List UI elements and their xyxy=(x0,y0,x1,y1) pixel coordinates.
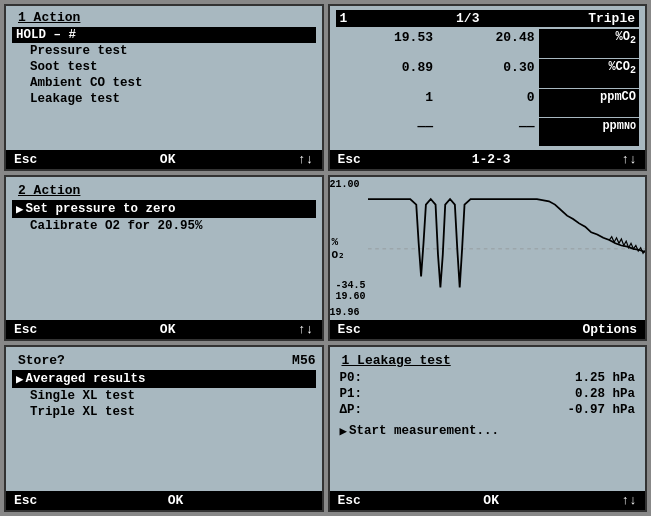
ok-button[interactable]: OK xyxy=(160,322,176,337)
o2-val1: 19.53 xyxy=(336,29,437,58)
menu-item-soot[interactable]: Soot test xyxy=(12,59,316,75)
panel6-footer: Esc OK ↑↓ xyxy=(330,491,646,510)
graph-svg xyxy=(368,177,646,321)
store-badge: M56 xyxy=(292,353,315,368)
y-max: 21.00 xyxy=(330,179,368,190)
panel4-footer: Esc Options xyxy=(330,320,646,339)
store-header: Store? M56 xyxy=(12,351,316,370)
panel3-footer: Esc OK ↑↓ xyxy=(6,320,322,339)
co2-val1: 0.89 xyxy=(336,59,437,88)
menu-item-single-xl[interactable]: Single XL test xyxy=(12,388,316,404)
ok-button[interactable]: OK xyxy=(168,493,184,508)
esc-button[interactable]: Esc xyxy=(338,152,361,167)
nav-arrows[interactable]: ↑↓ xyxy=(621,152,637,167)
panel-graph: 21.00 19.96 % O₂ -34.5 19.60 xyxy=(328,175,648,342)
options-button[interactable]: Options xyxy=(582,322,637,337)
menu-item-calibrate-o2[interactable]: Calibrate O2 for 20.95% xyxy=(12,218,316,234)
p1-label: P1: xyxy=(340,387,380,401)
panel6-title: 1 Leakage test xyxy=(336,351,640,370)
esc-button[interactable]: Esc xyxy=(14,152,37,167)
tab-nav[interactable]: 1-2-3 xyxy=(472,152,511,167)
panel-store: Store? M56 Averaged results Single XL te… xyxy=(4,345,324,512)
panel-action-2: 2 Action Set pressure to zero Calibrate … xyxy=(4,175,324,342)
panel3-title: 2 Action xyxy=(12,181,316,200)
menu-item-set-pressure[interactable]: Set pressure to zero xyxy=(12,200,316,218)
menu-item-ambient-co[interactable]: Ambient CO test xyxy=(12,75,316,91)
esc-button[interactable]: Esc xyxy=(338,493,361,508)
panel1-title: 1 Action xyxy=(12,8,316,27)
menu-item-pressure[interactable]: Pressure test xyxy=(12,43,316,59)
co-val2: 0 xyxy=(437,89,538,117)
esc-button[interactable]: Esc xyxy=(338,322,361,337)
graph-container: 21.00 19.96 % O₂ -34.5 19.60 xyxy=(330,177,646,321)
graph-center-label: % O₂ xyxy=(332,236,345,260)
readings-grid: 19.53 20.48 %O2 0.89 0.30 %CO2 1 0 ppmCO… xyxy=(336,29,640,146)
p0-label: P0: xyxy=(340,371,380,385)
panel5-footer: Esc OK xyxy=(6,491,322,510)
no-val1: —— xyxy=(336,118,437,146)
o2-unit: %O2 xyxy=(539,29,640,58)
ok-button[interactable]: OK xyxy=(160,152,176,167)
nav-arrows[interactable]: ↑↓ xyxy=(298,152,314,167)
triple-header: 1 1/3 Triple xyxy=(336,10,640,27)
ok-button[interactable]: OK xyxy=(483,493,499,508)
panel-triple: 1 1/3 Triple 19.53 20.48 %O2 0.89 0.30 %… xyxy=(328,4,648,171)
nav-arrows[interactable]: ↑↓ xyxy=(298,322,314,337)
no-val2: —— xyxy=(437,118,538,146)
menu-item-leakage[interactable]: Leakage test xyxy=(12,91,316,107)
esc-button[interactable]: Esc xyxy=(14,493,37,508)
dp-value: -0.97 hPa xyxy=(567,403,635,417)
panel-leakage: 1 Leakage test P0: 1.25 hPa P1: 0.28 hPa… xyxy=(328,345,648,512)
leakage-p0-row: P0: 1.25 hPa xyxy=(336,370,640,386)
co-unit: ppmCO xyxy=(539,89,640,117)
esc-button[interactable]: Esc xyxy=(14,322,37,337)
p0-value: 1.25 hPa xyxy=(575,371,635,385)
leakage-dp-row: ΔP: -0.97 hPa xyxy=(336,402,640,418)
o2-val2: 20.48 xyxy=(437,29,538,58)
triple-label: Triple xyxy=(588,11,635,26)
y-mid1: 19.96 xyxy=(330,307,368,318)
nav-arrows[interactable]: ↑↓ xyxy=(621,493,637,508)
leakage-p1-row: P1: 0.28 hPa xyxy=(336,386,640,402)
p1-value: 0.28 hPa xyxy=(575,387,635,401)
start-measurement[interactable]: Start measurement... xyxy=(336,422,640,440)
menu-item-averaged[interactable]: Averaged results xyxy=(12,370,316,388)
co2-unit: %CO2 xyxy=(539,59,640,88)
triple-tab[interactable]: 1/3 xyxy=(456,11,479,26)
dp-label: ΔP: xyxy=(340,403,380,417)
panel1-footer: Esc OK ↑↓ xyxy=(6,150,322,169)
co2-val2: 0.30 xyxy=(437,59,538,88)
panel2-footer: Esc 1-2-3 ↑↓ xyxy=(330,150,646,169)
co-val1: 1 xyxy=(336,89,437,117)
no-unit: ppmNO xyxy=(539,118,640,146)
store-title: Store? xyxy=(12,351,71,370)
panel-action-1: 1 Action HOLD – # Pressure test Soot tes… xyxy=(4,4,324,171)
menu-item-hold[interactable]: HOLD – # xyxy=(12,27,316,43)
triple-tab-num: 1 xyxy=(340,11,348,26)
menu-item-triple-xl[interactable]: Triple XL test xyxy=(12,404,316,420)
